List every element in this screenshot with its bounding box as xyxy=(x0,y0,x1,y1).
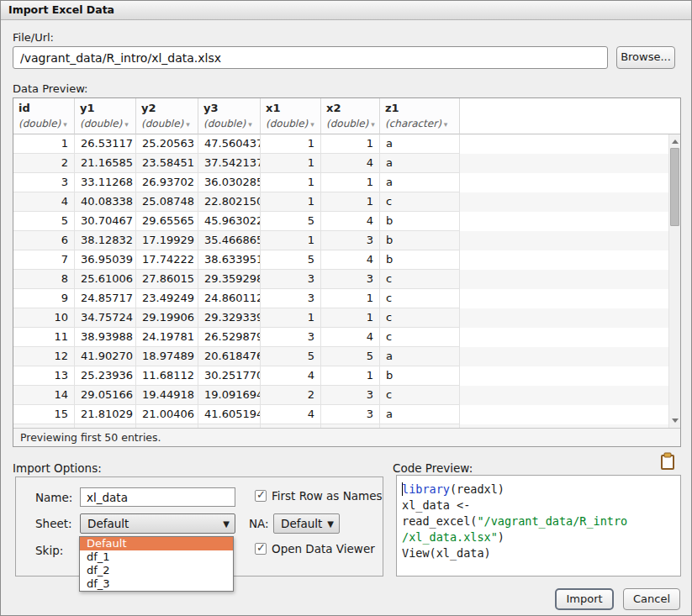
table-cell: a xyxy=(380,134,460,154)
table-cell: 1 xyxy=(321,289,380,308)
row-filler xyxy=(460,289,680,308)
scrollbar-up-icon[interactable] xyxy=(669,136,680,147)
table-cell: 19.091694 xyxy=(198,386,261,405)
code-preview-box: library(readxl)xl_data <- read_excel("/v… xyxy=(396,475,681,577)
table-row: 126.5311725.2056347.56043711a xyxy=(13,134,680,154)
table-cell: 17.74222 xyxy=(136,250,198,270)
table-cell: 4 xyxy=(13,192,75,212)
code-token: xl_data <- read_excel( xyxy=(402,498,477,528)
table-body: 126.5311725.2056347.56043711a221.1658523… xyxy=(13,134,680,429)
table-cell: c xyxy=(380,289,460,308)
table-row: 825.6100627.8601529.35929833c xyxy=(13,270,680,289)
sheet-label: Sheet: xyxy=(35,517,72,530)
sheet-select[interactable]: Default ▼ xyxy=(80,513,235,534)
column-header-z1: z1(character)▾ xyxy=(380,98,460,134)
table-cell: c xyxy=(380,386,460,405)
table-cell: 24.85717 xyxy=(75,289,136,308)
open-data-viewer-label: Open Data Viewer xyxy=(272,542,375,555)
column-type-dropdown-icon[interactable]: ▾ xyxy=(186,120,190,129)
table-cell: 41.90270 xyxy=(75,347,136,366)
table-cell: 30.70467 xyxy=(75,212,136,231)
column-type-dropdown-icon[interactable]: ▾ xyxy=(310,120,314,129)
row-filler xyxy=(460,405,680,424)
table-cell: 6 xyxy=(13,231,75,250)
table-cell: 45.963022 xyxy=(198,212,261,231)
table-cell: 29.65565 xyxy=(136,212,198,231)
table-cell: c xyxy=(380,308,460,328)
table-cell: 11.68112 xyxy=(136,366,198,386)
table-cell: 14 xyxy=(13,386,75,405)
table-cell: b xyxy=(380,212,460,231)
open-data-viewer-checkbox[interactable]: ✓ Open Data Viewer xyxy=(255,542,375,555)
sheet-option-df_3[interactable]: df_3 xyxy=(80,577,233,591)
table-cell: 25.08748 xyxy=(136,192,198,212)
na-select[interactable]: Default ▼ xyxy=(273,513,340,534)
table-cell: 4 xyxy=(321,212,380,231)
sheet-option-df_2[interactable]: df_2 xyxy=(80,564,233,577)
first-row-as-names-checkbox[interactable]: ✓ First Row as Names xyxy=(255,489,383,503)
table-cell: 26.529879 xyxy=(198,328,261,347)
column-type-dropdown-icon[interactable]: ▾ xyxy=(124,120,129,129)
browse-button[interactable]: Browse... xyxy=(616,46,675,69)
table-cell: 37.542137 xyxy=(198,154,261,173)
row-filler xyxy=(460,347,680,366)
row-filler xyxy=(460,231,680,250)
copy-to-clipboard-icon[interactable] xyxy=(660,452,675,471)
table-cell: 15 xyxy=(13,405,75,424)
file-url-input[interactable] xyxy=(13,46,608,69)
column-header-id: id(double)▾ xyxy=(13,98,75,134)
table-cell: 1 xyxy=(261,231,321,250)
header-filler xyxy=(460,98,680,134)
table-cell: 1 xyxy=(321,192,380,212)
table-cell: 22.802150 xyxy=(198,192,261,212)
column-type-dropdown-icon[interactable]: ▾ xyxy=(63,120,67,129)
import-excel-dialog: Import Excel Data File/Url: Browse... Da… xyxy=(0,0,692,616)
checkbox-icon: ✓ xyxy=(255,490,267,502)
table-cell: b xyxy=(380,231,460,250)
table-cell: 4 xyxy=(321,250,380,270)
data-preview-table: id(double)▾y1(double)▾y2(double)▾y3(doub… xyxy=(13,97,681,447)
table-cell: 1 xyxy=(13,134,75,154)
scrollbar-down-icon[interactable] xyxy=(669,415,680,426)
first-row-as-names-label: First Row as Names xyxy=(272,489,383,503)
preview-status-text: Previewing first 50 entries. xyxy=(13,428,680,446)
column-type-dropdown-icon[interactable]: ▾ xyxy=(248,120,252,129)
scrollbar-thumb[interactable] xyxy=(670,148,679,226)
row-filler xyxy=(460,308,680,328)
table-cell: 3 xyxy=(321,270,380,289)
name-input[interactable] xyxy=(80,487,235,507)
sheet-option-df_1[interactable]: df_1 xyxy=(80,550,233,564)
table-cell: a xyxy=(380,154,460,173)
table-cell: 20.618476 xyxy=(198,347,261,366)
data-preview-label: Data Preview: xyxy=(13,82,87,95)
import-button[interactable]: Import xyxy=(555,588,614,610)
column-type-dropdown-icon[interactable]: ▾ xyxy=(444,120,448,129)
code-token: /xl_data.xlsx" xyxy=(402,530,498,544)
column-header-y3: y3(double)▾ xyxy=(198,98,261,134)
checkbox-icon: ✓ xyxy=(255,543,267,555)
vertical-scrollbar[interactable] xyxy=(668,134,680,428)
table-cell: 4 xyxy=(321,328,380,347)
table-row: 1521.8102921.0040641.60519443a xyxy=(13,405,680,424)
table-cell: 13 xyxy=(13,366,75,386)
code-token: ) xyxy=(498,530,504,544)
file-url-label: File/Url: xyxy=(13,31,54,44)
table-cell: 12 xyxy=(13,347,75,366)
table-cell: 4 xyxy=(261,366,321,386)
table-cell: 47.560437 xyxy=(198,134,261,154)
table-cell: 1 xyxy=(261,173,321,192)
table-cell: 36.95039 xyxy=(75,250,136,270)
column-name: x1 xyxy=(266,102,315,114)
column-type: (double)▾ xyxy=(326,118,375,129)
cancel-button[interactable]: Cancel xyxy=(623,588,680,610)
table-cell: 40.08338 xyxy=(75,192,136,212)
sheet-option-Default[interactable]: Default xyxy=(80,537,233,550)
table-cell: 38.12832 xyxy=(75,231,136,250)
table-row: 1034.7572429.1990629.32933911c xyxy=(13,308,680,328)
table-row: 1325.2393611.6811230.25177041b xyxy=(13,366,680,386)
table-cell: 25.61006 xyxy=(75,270,136,289)
table-cell: 17.19929 xyxy=(136,231,198,250)
table-cell: 23.49249 xyxy=(136,289,198,308)
table-cell: 1 xyxy=(321,134,380,154)
column-type-dropdown-icon[interactable]: ▾ xyxy=(371,120,375,129)
